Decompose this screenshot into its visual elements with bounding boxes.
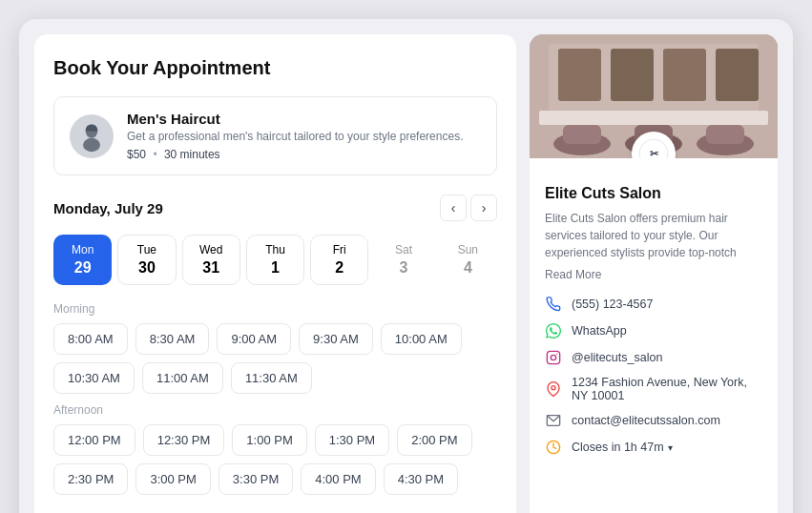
day-name: Thu — [265, 243, 285, 256]
day-number: 29 — [74, 259, 92, 277]
day-number: 3 — [400, 259, 408, 277]
day-name: Wed — [199, 243, 222, 256]
whatsapp-text: WhatsApp — [572, 324, 627, 338]
phone-icon — [545, 296, 562, 313]
svg-rect-15 — [706, 125, 744, 144]
afternoon-time-grid: 12:00 PM12:30 PM1:00 PM1:30 PM2:00 PM2:3… — [53, 424, 497, 495]
time-slot[interactable]: 8:30 AM — [135, 323, 210, 355]
svg-rect-13 — [563, 125, 601, 144]
service-description: Get a professional men's haircut tailore… — [127, 130, 463, 143]
svg-rect-5 — [558, 49, 601, 101]
contact-list: (555) 123-4567 WhatsApp — [545, 296, 762, 456]
contact-email: contact@elitecutssalon.com — [545, 412, 762, 429]
time-slot[interactable]: 1:00 PM — [232, 424, 306, 456]
read-more-link[interactable]: Read More — [545, 268, 601, 281]
time-slot[interactable]: 10:30 AM — [53, 362, 135, 394]
location-icon — [545, 380, 562, 398]
day-name: Sat — [395, 243, 412, 256]
svg-point-22 — [552, 386, 555, 390]
prev-button[interactable]: ‹ — [440, 195, 467, 221]
time-slot[interactable]: 4:00 PM — [301, 463, 375, 495]
date-navigation: Monday, July 29 ‹ › — [53, 195, 497, 221]
svg-rect-19 — [547, 351, 559, 363]
day-number: 30 — [138, 259, 156, 277]
salon-panel: ✂ ELITE CUTS Elite Cuts Salon Elite Cuts… — [530, 34, 778, 513]
contact-instagram: @elitecuts_salon — [545, 349, 762, 366]
afternoon-label: Afternoon — [53, 403, 497, 417]
service-meta: $50 • 30 minutes — [127, 148, 463, 161]
time-slot[interactable]: 4:30 PM — [384, 463, 458, 495]
day-number: 31 — [202, 259, 219, 277]
time-slot[interactable]: 12:00 PM — [53, 424, 135, 456]
day-name: Mon — [72, 243, 94, 256]
address-text: 1234 Fashion Avenue, New York, NY 10001 — [572, 376, 762, 402]
contact-hours[interactable]: Closes in 1h 47m ▾ — [545, 439, 762, 456]
day-number: 4 — [464, 259, 472, 277]
service-duration: 30 minutes — [164, 148, 220, 161]
time-slot[interactable]: 3:30 PM — [219, 463, 293, 495]
time-slot[interactable]: 2:00 PM — [397, 424, 471, 456]
salon-description: Elite Cuts Salon offers premium hair ser… — [545, 210, 762, 261]
page-title: Book Your Appointment — [53, 57, 497, 79]
day-cell-sat: Sat3 — [374, 235, 432, 285]
phone-text: (555) 123-4567 — [572, 298, 653, 311]
svg-point-21 — [556, 354, 557, 355]
svg-rect-8 — [716, 49, 759, 101]
email-text: contact@elitecutssalon.com — [572, 414, 720, 427]
email-icon — [545, 412, 562, 429]
day-cell-fri[interactable]: Fri2 — [310, 235, 368, 285]
salon-image: ✂ ELITE CUTS — [530, 34, 778, 158]
whatsapp-icon — [545, 322, 562, 339]
clock-icon — [545, 439, 562, 456]
svg-point-2 — [83, 137, 100, 151]
contact-phone: (555) 123-4567 — [545, 296, 762, 313]
time-slot[interactable]: 8:00 AM — [53, 323, 128, 355]
svg-point-20 — [551, 355, 555, 359]
day-cell-sun: Sun4 — [439, 235, 497, 285]
salon-name: Elite Cuts Salon — [545, 185, 762, 202]
booking-panel: Book Your Appointment Men's Haircut Get … — [34, 34, 516, 513]
app-container: Book Your Appointment Men's Haircut Get … — [19, 19, 793, 513]
hours-toggle[interactable]: Closes in 1h 47m ▾ — [572, 441, 673, 454]
service-name: Men's Haircut — [127, 111, 463, 127]
day-cell-tue[interactable]: Tue30 — [117, 235, 176, 285]
time-slot[interactable]: 2:30 PM — [53, 463, 128, 495]
day-name: Tue — [137, 243, 156, 256]
morning-time-grid: 8:00 AM8:30 AM9:00 AM9:30 AM10:00 AM10:3… — [53, 323, 497, 394]
next-button[interactable]: › — [470, 195, 497, 221]
instagram-icon — [545, 349, 562, 366]
nav-arrows: ‹ › — [440, 195, 497, 221]
date-label: Monday, July 29 — [53, 200, 163, 216]
separator: • — [153, 148, 156, 161]
svg-rect-7 — [663, 49, 706, 101]
time-slot[interactable]: 11:30 AM — [231, 362, 312, 394]
morning-label: Morning — [53, 302, 497, 316]
time-slot[interactable]: 3:00 PM — [135, 463, 210, 495]
svg-text:✂: ✂ — [650, 148, 659, 158]
time-slot[interactable]: 9:00 AM — [217, 323, 291, 355]
day-cell-wed[interactable]: Wed31 — [182, 235, 240, 285]
chevron-down-icon: ▾ — [668, 442, 673, 453]
time-slot[interactable]: 12:30 PM — [143, 424, 225, 456]
service-avatar — [70, 114, 114, 158]
contact-address: 1234 Fashion Avenue, New York, NY 10001 — [545, 376, 762, 402]
salon-details: Elite Cuts Salon Elite Cuts Salon offers… — [530, 158, 778, 513]
contact-whatsapp: WhatsApp — [545, 322, 762, 339]
day-selector: Mon29Tue30Wed31Thu1Fri2Sat3Sun4 — [53, 235, 497, 285]
instagram-text: @elitecuts_salon — [572, 351, 662, 364]
hours-text: Closes in 1h 47m — [572, 441, 664, 454]
svg-rect-9 — [539, 111, 768, 125]
service-card: Men's Haircut Get a professional men's h… — [53, 96, 497, 175]
time-slot[interactable]: 10:00 AM — [381, 323, 462, 355]
day-name: Fri — [333, 243, 346, 256]
day-number: 2 — [335, 259, 344, 277]
service-info: Men's Haircut Get a professional men's h… — [127, 111, 463, 161]
day-cell-thu[interactable]: Thu1 — [246, 235, 304, 285]
time-slot[interactable]: 9:30 AM — [299, 323, 373, 355]
time-slot[interactable]: 1:30 PM — [315, 424, 389, 456]
day-name: Sun — [458, 243, 478, 256]
time-slot[interactable]: 11:00 AM — [142, 362, 223, 394]
service-price: $50 — [127, 148, 146, 161]
day-cell-mon[interactable]: Mon29 — [53, 235, 112, 285]
day-number: 1 — [271, 259, 280, 277]
